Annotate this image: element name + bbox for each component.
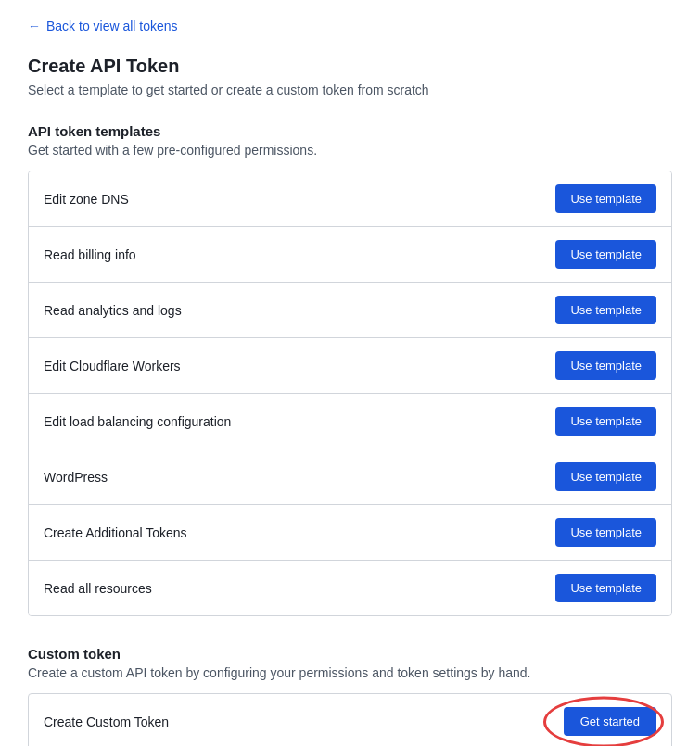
use-template-button-create-additional-tokens[interactable]: Use template <box>555 518 656 547</box>
use-template-button-read-analytics-and-logs[interactable]: Use template <box>555 296 656 324</box>
use-template-button-read-all-resources[interactable]: Use template <box>555 574 656 602</box>
page-subtitle: Select a template to get started or crea… <box>28 82 672 97</box>
table-row: Create Additional TokensUse template <box>29 505 671 561</box>
template-row-name: Read all resources <box>44 581 152 596</box>
custom-token-title: Custom token <box>28 646 672 662</box>
template-row-name: Read billing info <box>44 247 136 262</box>
table-row: WordPressUse template <box>29 449 671 505</box>
use-template-button-edit-cloudflare-workers[interactable]: Use template <box>555 351 656 380</box>
back-link[interactable]: ← Back to view all tokens <box>28 19 178 33</box>
templates-section-desc: Get started with a few pre-configured pe… <box>28 143 672 158</box>
table-row: Edit Cloudflare WorkersUse template <box>29 338 671 394</box>
custom-token-row-label: Create Custom Token <box>44 714 169 729</box>
template-row-name: Edit load balancing configuration <box>44 414 231 429</box>
table-row: Edit zone DNSUse template <box>29 171 671 227</box>
custom-token-section: Custom token Create a custom API token b… <box>28 646 672 746</box>
table-row: Read all resourcesUse template <box>29 561 671 615</box>
templates-table: Edit zone DNSUse templateRead billing in… <box>28 171 672 616</box>
custom-token-row: Create Custom Token Get started <box>28 693 672 746</box>
template-row-name: Edit zone DNS <box>44 192 129 207</box>
template-row-name: Read analytics and logs <box>44 303 182 318</box>
table-row: Read analytics and logsUse template <box>29 283 671 338</box>
use-template-button-wordpress[interactable]: Use template <box>555 462 656 491</box>
back-arrow-icon: ← <box>28 19 41 33</box>
table-row: Edit load balancing configurationUse tem… <box>29 394 671 449</box>
use-template-button-read-billing-info[interactable]: Use template <box>555 240 656 269</box>
template-row-name: WordPress <box>44 470 108 485</box>
custom-token-desc: Create a custom API token by configuring… <box>28 665 672 680</box>
template-row-name: Edit Cloudflare Workers <box>44 359 181 373</box>
get-started-button[interactable]: Get started <box>564 707 656 736</box>
use-template-button-edit-load-balancing[interactable]: Use template <box>555 407 656 436</box>
table-row: Read billing infoUse template <box>29 227 671 283</box>
use-template-button-edit-zone-dns[interactable]: Use template <box>555 184 656 213</box>
page-title: Create API Token <box>28 56 672 77</box>
back-link-label: Back to view all tokens <box>46 19 178 33</box>
templates-section-title: API token templates <box>28 123 672 139</box>
template-row-name: Create Additional Tokens <box>44 525 187 540</box>
